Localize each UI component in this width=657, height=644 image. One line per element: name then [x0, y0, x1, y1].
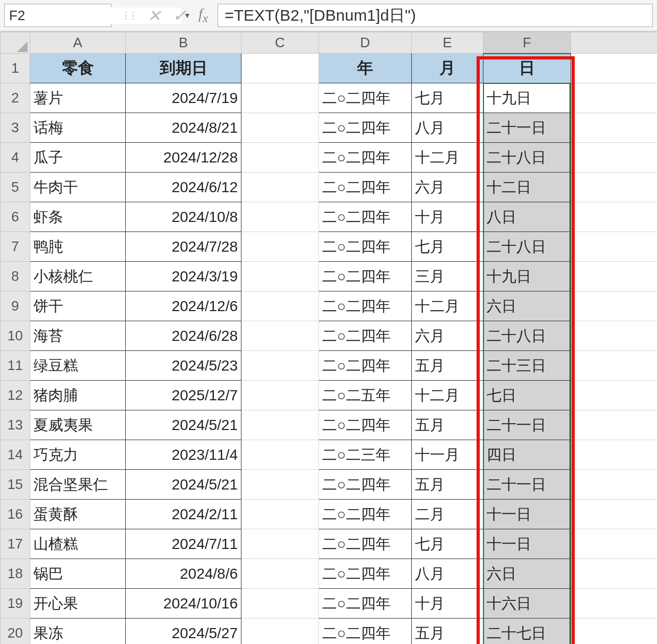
table-row[interactable]: 3话梅2024/8/21二○二四年八月二十一日 — [1, 113, 658, 143]
cell[interactable]: 五月 — [412, 619, 483, 645]
cell[interactable]: 二十一日 — [483, 410, 571, 440]
col-header-B[interactable]: B — [126, 32, 241, 54]
cell[interactable]: 山楂糕 — [30, 529, 126, 559]
cell[interactable] — [241, 500, 319, 529]
cell[interactable]: 二○二四年 — [319, 351, 412, 381]
formula-input[interactable] — [224, 6, 646, 24]
cell[interactable]: 七月 — [412, 83, 483, 113]
header-expiry[interactable]: 到期日 — [126, 54, 241, 83]
name-box[interactable]: ▼ — [4, 4, 111, 27]
cell[interactable]: 二○二四年 — [319, 291, 412, 321]
cancel-icon[interactable]: ✕ — [148, 6, 161, 25]
cell[interactable]: 二○二四年 — [319, 410, 412, 440]
cell[interactable]: 二○二四年 — [319, 321, 412, 351]
cell[interactable] — [571, 470, 658, 500]
cell[interactable] — [571, 381, 658, 410]
cell[interactable] — [571, 173, 658, 202]
cell[interactable]: 十一日 — [483, 500, 571, 529]
cell[interactable]: 二○二四年 — [319, 619, 412, 645]
row-header-16[interactable]: 16 — [1, 500, 30, 529]
cell[interactable]: 2024/8/21 — [126, 113, 241, 143]
cell[interactable] — [571, 113, 658, 143]
row-header-10[interactable]: 10 — [1, 321, 30, 351]
cell[interactable]: 二○二四年 — [319, 113, 412, 143]
table-row[interactable]: 4瓜子2024/12/28二○二四年十二月二十八日 — [1, 143, 658, 173]
cell[interactable] — [571, 559, 658, 589]
cell[interactable]: 七日 — [483, 381, 571, 410]
cell[interactable]: 2024/6/12 — [126, 173, 241, 202]
worksheet-grid[interactable]: A B C D E F 1 零食 到期日 年 月 日 2薯片2024/7/19二… — [0, 32, 657, 644]
cell[interactable]: 二○二四年 — [319, 232, 412, 262]
cell[interactable]: 六月 — [412, 321, 483, 351]
cell[interactable]: 巧克力 — [30, 440, 126, 470]
cell[interactable]: 八日 — [483, 202, 571, 232]
cell[interactable] — [241, 113, 319, 143]
cell[interactable] — [241, 440, 319, 470]
cell[interactable]: 2024/12/6 — [126, 291, 241, 321]
cell[interactable]: 二○二三年 — [319, 440, 412, 470]
cell[interactable]: 二十八日 — [483, 321, 571, 351]
cell[interactable]: 鸭肫 — [30, 232, 126, 262]
cell[interactable] — [241, 232, 319, 262]
cell[interactable]: 十二月 — [412, 291, 483, 321]
row-header-18[interactable]: 18 — [1, 559, 30, 589]
cell[interactable]: 锅巴 — [30, 559, 126, 589]
cell[interactable]: 五月 — [412, 351, 483, 381]
table-row[interactable]: 20果冻2024/5/27二○二四年五月二十七日 — [1, 619, 658, 645]
cell[interactable]: 六日 — [483, 559, 571, 589]
cell[interactable]: 二十一日 — [483, 470, 571, 500]
cell[interactable] — [571, 500, 658, 529]
cell[interactable]: 夏威夷果 — [30, 410, 126, 440]
cell[interactable]: 二○二五年 — [319, 381, 412, 410]
row-header-19[interactable]: 19 — [1, 589, 30, 619]
table-row[interactable]: 5牛肉干2024/6/12二○二四年六月十二日 — [1, 173, 658, 202]
row-header-1[interactable]: 1 — [1, 54, 30, 83]
col-header-A[interactable]: A — [30, 32, 126, 54]
cell[interactable]: 牛肉干 — [30, 173, 126, 202]
cell[interactable] — [241, 291, 319, 321]
cell[interactable]: 八月 — [412, 559, 483, 589]
row-header-17[interactable]: 17 — [1, 529, 30, 559]
row-header-7[interactable]: 7 — [1, 232, 30, 262]
cell[interactable] — [571, 529, 658, 559]
cell[interactable]: 2024/7/19 — [126, 83, 241, 113]
cell[interactable]: 六月 — [412, 173, 483, 202]
cell[interactable]: 二十七日 — [483, 619, 571, 645]
cell[interactable]: 十六日 — [483, 589, 571, 619]
cell[interactable]: 2024/7/28 — [126, 232, 241, 262]
cell[interactable] — [241, 381, 319, 410]
cell[interactable]: 二○二四年 — [319, 470, 412, 500]
cell[interactable]: 猪肉脯 — [30, 381, 126, 410]
cell[interactable]: 五月 — [412, 410, 483, 440]
cell[interactable]: 2024/10/8 — [126, 202, 241, 232]
select-all-corner[interactable] — [1, 32, 30, 54]
cell[interactable]: 十二月 — [412, 143, 483, 173]
cell[interactable]: 二十八日 — [483, 143, 571, 173]
cell[interactable] — [241, 589, 319, 619]
col-header-C[interactable]: C — [241, 32, 319, 54]
cell[interactable]: 瓜子 — [30, 143, 126, 173]
cell[interactable]: 2024/7/11 — [126, 529, 241, 559]
cell[interactable] — [571, 410, 658, 440]
row-header-13[interactable]: 13 — [1, 410, 30, 440]
row-header-5[interactable]: 5 — [1, 173, 30, 202]
cell[interactable]: 二十三日 — [483, 351, 571, 381]
sheet-table[interactable]: A B C D E F 1 零食 到期日 年 月 日 2薯片2024/7/19二… — [0, 32, 657, 644]
cell[interactable]: 果冻 — [30, 619, 126, 645]
table-row[interactable]: 6虾条2024/10/8二○二四年十月八日 — [1, 202, 658, 232]
cell[interactable]: 二○二四年 — [319, 202, 412, 232]
row-header-11[interactable]: 11 — [1, 351, 30, 381]
row-header-9[interactable]: 9 — [1, 291, 30, 321]
cell[interactable]: 2024/5/21 — [126, 470, 241, 500]
cell[interactable]: 虾条 — [30, 202, 126, 232]
col-header-spacer[interactable] — [571, 32, 658, 54]
table-row[interactable]: 8小核桃仁2024/3/19二○二四年三月十九日 — [1, 262, 658, 291]
column-header-row[interactable]: A B C D E F — [1, 32, 658, 54]
row-header-12[interactable]: 12 — [1, 381, 30, 410]
cell[interactable] — [241, 410, 319, 440]
header-year[interactable]: 年 — [319, 54, 412, 83]
table-row[interactable]: 9饼干2024/12/6二○二四年十二月六日 — [1, 291, 658, 321]
cell[interactable]: 二○二四年 — [319, 559, 412, 589]
cell[interactable] — [571, 202, 658, 232]
cell[interactable]: 饼干 — [30, 291, 126, 321]
